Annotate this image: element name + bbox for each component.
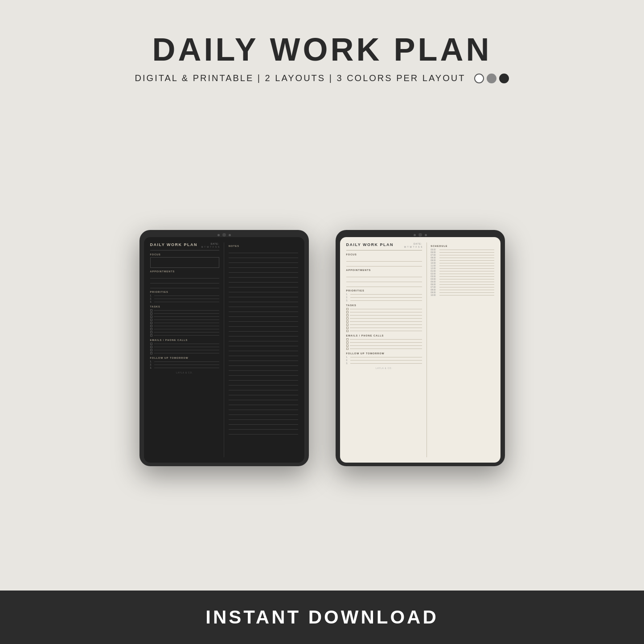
light-left-column: DAILY WORK PLAN DATE: MTWTFSS FOCUS A [346,242,422,457]
dark-task-2 [150,312,220,315]
dark-email-1 [150,343,220,345]
light-task-7 [346,327,422,329]
schedule-row-0100pm: 01:00 [431,270,494,272]
light-followup-3: 3. [346,362,422,365]
light-task-5 [346,320,422,323]
light-date-label: DATE: [404,242,422,245]
dark-focus-label: FOCUS [150,253,220,256]
subtitle-text: DIGITAL & PRINTABLE | 2 LAYOUTS | 3 COLO… [135,73,466,83]
light-task-3 [346,314,422,316]
dark-tasks-label: TASKS [150,305,220,308]
dark-day-letters: MTWTFSS [201,246,219,248]
dark-email-2 [150,346,220,348]
circle-white [474,74,484,83]
light-email-2 [346,341,422,344]
light-planner-title: DAILY WORK PLAN [346,242,394,247]
page-header: DAILY WORK PLAN DIGITAL & PRINTABLE | 2 … [135,0,509,97]
dark-followup-1: 1. [150,361,220,363]
dark-followup-label: FOLLOW UP TOMORROW [150,357,220,359]
camera-lens-l [418,233,422,237]
light-appt-line2 [346,278,422,282]
instant-download-text: INSTANT DOWNLOAD [205,607,439,628]
dark-appt-line1 [150,274,220,279]
dark-planner-title: DAILY WORK PLAN [150,242,198,247]
schedule-row-0300pm: 03:00 [431,275,494,278]
light-appt-line1 [346,273,422,277]
dark-brand: LAYLA & CO. [150,372,220,374]
light-followup-1: 1. [346,356,422,358]
light-appointments-label: APPOINTMENTS [346,269,422,271]
schedule-row-0400pm: 04:00 [431,278,494,280]
light-email-1 [346,338,422,340]
light-priority-2: 2. [346,296,422,299]
camera-lens [222,233,226,237]
schedule-row-1000pm: 10:00 [431,294,494,296]
subtitle: DIGITAL & PRINTABLE | 2 LAYOUTS | 3 COLO… [135,73,509,83]
schedule-row-0600pm: 06:00 [431,283,494,286]
dark-priorities-label: PRIORITIES [150,291,220,293]
dark-task-9 [150,334,220,336]
tablet-camera-dark [217,233,231,237]
light-focus-line2 [346,262,422,267]
dark-date-label: DATE: [201,242,219,245]
schedule-row-0500: 05:00 [431,249,494,251]
light-focus-label: FOCUS [346,253,422,256]
dark-emails-label: EMAILS / PHONE CALLS [150,339,220,341]
light-task-1 [346,308,422,310]
dark-notes-column: NOTES [224,242,298,457]
dark-appointments-label: APPOINTMENTS [150,270,220,273]
schedule-row-0800: 08:00 [431,257,494,259]
light-task-8 [346,330,422,332]
dark-task-5 [150,322,220,324]
dark-tablet-frame: DAILY WORK PLAN DATE: MTWTFSS FOCUS APPO… [139,230,309,466]
schedule-row-1100: 11:00 [431,265,494,267]
dark-task-4 [150,319,220,321]
light-schedule-label: SCHEDULE [431,245,494,247]
light-planner: DAILY WORK PLAN DATE: MTWTFSS FOCUS A [340,237,500,463]
camera-dot-l1 [414,234,416,236]
light-task-2 [346,311,422,313]
tablet-camera-light [414,233,427,237]
light-followup-2: 2. [346,359,422,361]
light-brand: LAYLA & CO. [346,367,422,369]
schedule-row-1000: 10:00 [431,262,494,264]
color-circles [474,74,509,83]
dark-followup-2: 2. [150,364,220,366]
light-schedule-column: SCHEDULE 05:00 06:00 07:00 08:00 09:00 [427,242,494,457]
dark-appt-line2 [150,279,220,283]
dark-priority-3: 3. [150,301,220,303]
dark-followup-3: 3. [150,367,220,369]
light-tasks-label: TASKS [346,304,422,307]
dark-planner: DAILY WORK PLAN DATE: MTWTFSS FOCUS APPO… [144,237,304,463]
camera-dot [217,234,220,236]
light-priority-3: 3. [346,299,422,302]
light-emails-label: EMAILS / PHONE CALLS [346,334,422,337]
light-day-letters: MTWTFSS [404,246,422,248]
schedule-row-0900: 09:00 [431,259,494,262]
bottom-bar: INSTANT DOWNLOAD [0,591,644,644]
light-email-4 [346,348,422,350]
schedule-row-0700pm: 07:00 [431,286,494,288]
schedule-row-1200: 12:00 [431,267,494,270]
schedule-row-0700: 07:00 [431,254,494,256]
dark-date-area: DATE: MTWTFSS [201,242,219,248]
light-followup-label: FOLLOW UP TOMORROW [346,352,422,355]
light-tablet-frame: DAILY WORK PLAN DATE: MTWTFSS FOCUS A [336,230,505,466]
schedule-row-0600: 06:00 [431,251,494,254]
light-priorities-label: PRIORITIES [346,289,422,292]
light-tablet-screen: DAILY WORK PLAN DATE: MTWTFSS FOCUS A [340,237,500,463]
camera-dot-l2 [425,234,427,236]
circle-mid [487,74,496,83]
camera-dot2 [229,234,231,236]
tablets-container: DAILY WORK PLAN DATE: MTWTFSS FOCUS APPO… [139,106,505,591]
dark-task-3 [150,316,220,318]
light-date-area: DATE: MTWTFSS [404,242,422,248]
dark-left-column: DAILY WORK PLAN DATE: MTWTFSS FOCUS APPO… [150,242,220,457]
light-planner-header: DAILY WORK PLAN DATE: MTWTFSS [346,242,422,250]
schedule-row-0500pm: 05:00 [431,281,494,283]
dark-email-4 [150,352,220,354]
dark-tablet-screen: DAILY WORK PLAN DATE: MTWTFSS FOCUS APPO… [144,237,304,463]
dark-priority-1: 1. [150,295,220,297]
light-priority-1: 1. [346,293,422,295]
dark-priority-2: 2. [150,298,220,300]
